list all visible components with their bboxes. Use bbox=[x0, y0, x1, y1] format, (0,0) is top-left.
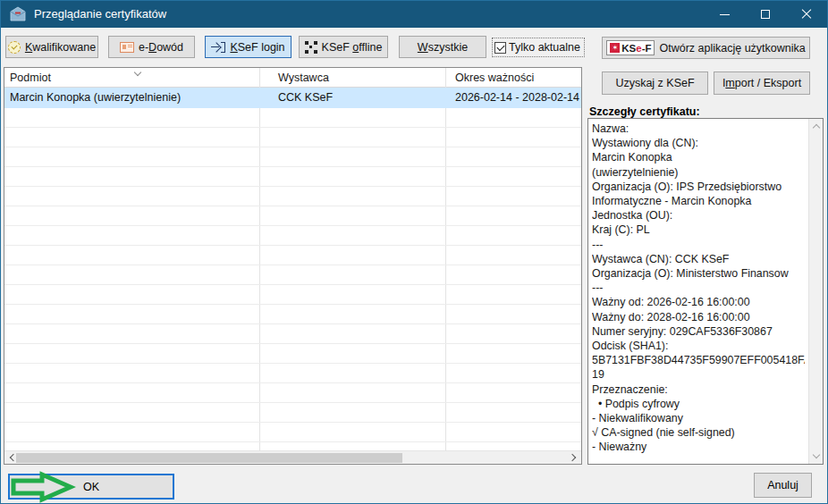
details-line: --- bbox=[592, 281, 805, 295]
open-user-app-button[interactable]: ✶ KSe-F Otwórz aplikację użytkownika bbox=[602, 37, 810, 59]
vertical-scrollbar[interactable] bbox=[808, 119, 823, 464]
table-row[interactable]: Marcin Konopka (uwierzytelnienie) CCK KS… bbox=[4, 88, 581, 108]
button-label: Otwórz aplikację użytkownika bbox=[659, 42, 805, 55]
certificate-viewer-window: Przeglądanie certyfikatów Kwalifikowane … bbox=[0, 0, 828, 504]
filter-kwalifikowane-button[interactable]: Kwalifikowane bbox=[5, 36, 98, 58]
details-line: - Nieważny bbox=[592, 440, 805, 454]
button-label: KSeF login bbox=[230, 41, 284, 54]
button-label: Import / Eksport bbox=[722, 77, 801, 89]
certificate-details-text: Nazwa:Wystawiony dla (CN):Marcin Konopka… bbox=[592, 122, 805, 455]
qr-code-icon bbox=[305, 41, 317, 54]
details-line: √ CA-signed (nie self-signed) bbox=[592, 425, 805, 440]
column-header-podmiot[interactable]: Podmiot bbox=[10, 71, 51, 84]
details-line: Organizacja (O): Ministerstwo Finansow bbox=[592, 266, 805, 281]
checkbox-check-icon bbox=[494, 42, 506, 54]
cell-okres: 2026-02-14 - 2028-02-14 bbox=[455, 91, 579, 104]
button-label: e-Dowód bbox=[139, 41, 183, 54]
filter-edowod-button[interactable]: e-Dowód bbox=[108, 36, 195, 58]
filter-wszystkie-button[interactable]: Wszystkie bbox=[399, 36, 486, 58]
details-line: Numer seryjny: 029CAF5336F30867 bbox=[592, 324, 805, 339]
eagle-emblem-icon: ✶ bbox=[610, 43, 620, 53]
ok-button[interactable]: OK bbox=[8, 474, 174, 500]
scrollbar-thumb[interactable] bbox=[16, 453, 402, 463]
column-header-okres[interactable]: Okres ważności bbox=[455, 71, 534, 84]
sort-chevron-icon bbox=[135, 70, 141, 76]
scroll-right-icon[interactable] bbox=[570, 454, 578, 462]
details-line: Marcin Konopka bbox=[592, 150, 805, 164]
cell-podmiot: Marcin Konopka (uwierzytelnienie) bbox=[10, 91, 181, 104]
details-line: Ważny od: 2026-02-16 16:00:00 bbox=[592, 295, 805, 309]
details-line: (uwierzytelnienie) bbox=[592, 165, 805, 180]
checkbox-label: Tylko aktualne bbox=[509, 41, 580, 54]
cancel-button[interactable]: Anuluj bbox=[754, 473, 812, 498]
details-line: Wystawiony dla (CN): bbox=[592, 136, 805, 150]
certificate-details-panel: Nazwa:Wystawiony dla (CN):Marcin Konopka… bbox=[587, 118, 824, 465]
close-icon bbox=[801, 9, 812, 20]
maximize-button[interactable] bbox=[745, 1, 786, 28]
minimize-button[interactable] bbox=[704, 1, 745, 28]
login-arrow-icon bbox=[211, 41, 225, 54]
empty-rows-grid bbox=[4, 108, 581, 450]
details-line: Nazwa: bbox=[592, 122, 805, 136]
scroll-left-icon[interactable] bbox=[8, 454, 16, 462]
button-label: Kwalifikowane bbox=[25, 41, 96, 54]
button-label: OK bbox=[83, 481, 99, 493]
window-title: Przeglądanie certyfikatów bbox=[34, 7, 166, 21]
details-line: Jednostka (OU): bbox=[592, 208, 805, 223]
id-card-icon bbox=[120, 42, 134, 53]
cell-wystawca: CCK KSeF bbox=[278, 91, 333, 104]
close-button[interactable] bbox=[786, 1, 827, 28]
button-label: Anuluj bbox=[767, 479, 798, 491]
column-header-wystawca[interactable]: Wystawca bbox=[278, 71, 329, 84]
filter-ksef-offline-button[interactable]: KSeF offline bbox=[299, 36, 388, 58]
details-line: Organizacja (O): IPS Przedsiębiorstwo bbox=[592, 180, 805, 194]
scroll-up-icon[interactable] bbox=[813, 123, 820, 130]
horizontal-scrollbar[interactable] bbox=[4, 450, 581, 464]
ksef-logo-icon: ✶ KSe-F bbox=[606, 40, 655, 55]
minimize-icon bbox=[720, 14, 730, 15]
details-line: Ważny do: 2028-02-16 16:00:00 bbox=[592, 310, 805, 324]
details-line: • Podpis cyfrowy bbox=[592, 397, 805, 411]
envelope-icon bbox=[9, 6, 27, 21]
details-line: 5B7131FBF38D44735F59907EFF005418FA5963 bbox=[592, 353, 805, 367]
details-line: 19 bbox=[592, 367, 805, 382]
details-line: Informatyczne - Marcin Konopka bbox=[592, 194, 805, 208]
uzyskaj-z-ksef-button[interactable]: Uzyskaj z KSeF bbox=[602, 71, 708, 95]
details-line: - Niekwalifikowany bbox=[592, 411, 805, 425]
details-line: Wystawca (CN): CCK KSeF bbox=[592, 252, 805, 266]
seal-check-icon bbox=[8, 41, 21, 54]
button-label: Uzyskaj z KSeF bbox=[615, 77, 694, 89]
maximize-icon bbox=[761, 10, 770, 19]
details-line: Kraj (C): PL bbox=[592, 223, 805, 237]
table-header-row: Podmiot Wystawca Okres ważności bbox=[4, 68, 581, 88]
filter-ksef-login-button[interactable]: KSeF login bbox=[205, 36, 291, 58]
details-line: Przeznaczenie: bbox=[592, 382, 805, 397]
button-label: KSeF offline bbox=[322, 41, 383, 54]
details-line: Odcisk (SHA1): bbox=[592, 339, 805, 353]
button-label: Wszystkie bbox=[418, 41, 468, 54]
titlebar[interactable]: Przeglądanie certyfikatów bbox=[1, 1, 827, 28]
certificate-table: Podmiot Wystawca Okres ważności Marcin K… bbox=[4, 67, 582, 465]
only-current-checkbox[interactable]: Tylko aktualne bbox=[492, 38, 585, 57]
scroll-down-icon[interactable] bbox=[813, 452, 820, 459]
details-header: Szczegły certyfikatu: bbox=[589, 105, 700, 118]
import-eksport-button[interactable]: Import / Eksport bbox=[714, 71, 810, 95]
details-line: --- bbox=[592, 238, 805, 252]
